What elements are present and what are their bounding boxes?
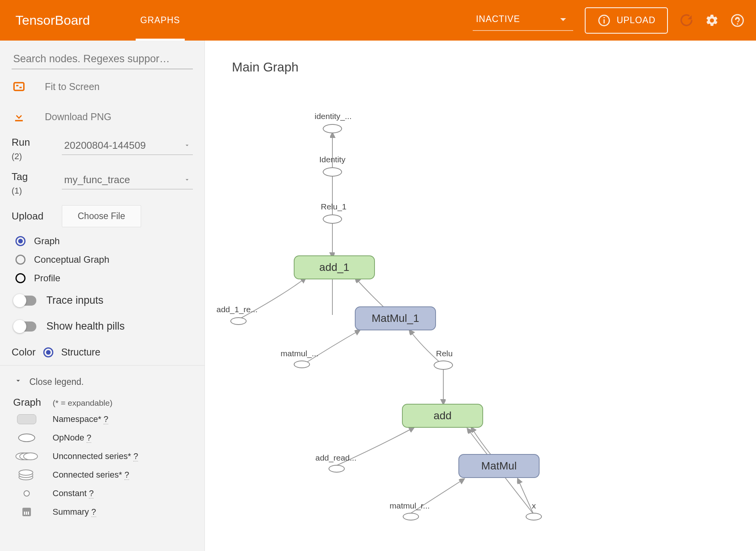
node-matmul-r-label: matmul_r... xyxy=(390,501,430,510)
download-png-button[interactable]: Download PNG xyxy=(0,102,204,132)
svg-rect-6 xyxy=(19,87,22,88)
run-value: 20200804-144509 xyxy=(64,139,146,151)
download-icon xyxy=(12,109,26,124)
radio-conceptual-label: Conceptual Graph xyxy=(34,254,109,265)
namespace-shape-icon xyxy=(17,414,36,424)
run-row: Run (2) 20200804-144509 xyxy=(0,132,204,166)
radio-graph[interactable]: Graph xyxy=(0,232,204,250)
svg-rect-4 xyxy=(14,83,24,90)
inactive-label: INACTIVE xyxy=(476,14,520,24)
node-identity[interactable] xyxy=(323,167,342,177)
tag-value: my_func_trace xyxy=(64,174,130,186)
node-matmul-r[interactable] xyxy=(403,513,419,520)
run-count: (2) xyxy=(12,151,50,162)
fit-icon xyxy=(12,79,26,94)
inactive-dropdown[interactable]: INACTIVE xyxy=(473,10,573,31)
legend-constant: Constant ? xyxy=(12,484,193,503)
upload-label: Upload xyxy=(12,210,50,222)
radio-profile-label: Profile xyxy=(34,273,60,284)
help-icon[interactable] xyxy=(730,14,744,27)
svg-point-13 xyxy=(19,470,33,475)
upload-button[interactable]: UPLOAD xyxy=(585,7,668,34)
color-label: Color xyxy=(12,346,36,358)
header-right: INACTIVE UPLOAD xyxy=(473,7,744,34)
trace-label: Trace inputs xyxy=(46,294,104,306)
node-x[interactable] xyxy=(526,513,542,520)
toggle-trace-inputs[interactable]: Trace inputs xyxy=(0,287,204,313)
node-relu-label: Relu xyxy=(436,349,453,358)
color-row: Color Structure xyxy=(0,339,204,366)
info-icon xyxy=(597,14,611,27)
node-matmul[interactable]: MatMul xyxy=(458,454,540,478)
node-add-read[interactable] xyxy=(329,465,345,473)
node-matmul-dots[interactable] xyxy=(294,361,310,368)
svg-rect-7 xyxy=(15,120,23,122)
node-relu[interactable] xyxy=(434,361,453,370)
health-label: Show health pills xyxy=(46,320,125,332)
legend-graph-title: Graph xyxy=(12,391,43,410)
node-matmul1[interactable]: MatMul_1 xyxy=(355,306,436,330)
svg-rect-1 xyxy=(604,19,605,24)
chevron-down-icon xyxy=(556,12,570,26)
radio-icon xyxy=(15,255,26,265)
toggle-icon xyxy=(14,296,36,306)
download-label: Download PNG xyxy=(45,111,111,122)
radio-icon xyxy=(15,273,26,283)
opnode-shape-icon xyxy=(18,434,35,442)
run-dropdown[interactable]: 20200804-144509 xyxy=(62,136,193,155)
app-header: TensorBoard GRAPHS INACTIVE UPLOAD xyxy=(0,0,756,41)
radio-conceptual[interactable]: Conceptual Graph xyxy=(0,250,204,269)
fit-label: Fit to Screen xyxy=(45,81,100,92)
run-label: Run xyxy=(12,136,50,148)
legend-hint: (* = expandable) xyxy=(53,398,112,408)
summary-shape-icon xyxy=(22,508,31,516)
chevron-down-icon xyxy=(14,376,22,387)
node-matmul-dots-label: matmul_... xyxy=(281,349,318,358)
node-add1[interactable]: add_1 xyxy=(294,255,375,279)
toggle-health-pills[interactable]: Show health pills xyxy=(0,313,204,339)
legend-opnode: OpNode ? xyxy=(12,429,193,447)
node-identity-label: Identity xyxy=(319,155,346,164)
fit-to-screen-button[interactable]: Fit to Screen xyxy=(0,71,204,102)
svg-rect-2 xyxy=(604,17,605,18)
radio-icon[interactable] xyxy=(43,347,53,357)
legend-connected-series: Connected series* ? xyxy=(12,466,193,484)
search-input[interactable] xyxy=(12,49,193,69)
choose-file-button[interactable]: Choose File xyxy=(62,205,141,227)
legend: Close legend. Graph (* = expandable) Nam… xyxy=(0,366,204,528)
node-add1-re[interactable] xyxy=(230,317,247,325)
tag-dropdown[interactable]: my_func_trace xyxy=(62,171,193,189)
main-layout: Fit to Screen Download PNG Run (2) 20200… xyxy=(0,41,756,551)
upload-row: Upload Choose File xyxy=(0,201,204,232)
settings-gear-icon[interactable] xyxy=(705,14,719,27)
close-legend-button[interactable]: Close legend. xyxy=(12,372,193,391)
legend-summary: Summary ? xyxy=(12,503,193,521)
connected-series-icon xyxy=(14,469,39,480)
node-identity-ret[interactable] xyxy=(323,124,342,133)
sidebar: Fit to Screen Download PNG Run (2) 20200… xyxy=(0,41,205,551)
node-x-label: x xyxy=(532,501,536,510)
radio-icon xyxy=(15,236,26,246)
reload-icon[interactable] xyxy=(679,14,693,27)
radio-profile[interactable]: Profile xyxy=(0,269,204,287)
close-legend-label: Close legend. xyxy=(29,377,84,387)
radio-graph-label: Graph xyxy=(34,236,60,247)
node-identity-ret-label: identity_... xyxy=(315,112,352,121)
tab-graphs[interactable]: GRAPHS xyxy=(129,0,192,41)
app-title: TensorBoard xyxy=(15,13,90,28)
toggle-icon xyxy=(14,321,36,332)
tag-row: Tag (1) my_func_trace xyxy=(0,166,204,201)
chevron-down-icon xyxy=(184,139,191,151)
chevron-down-icon xyxy=(184,174,191,186)
constant-shape-icon xyxy=(24,490,30,497)
graph-canvas[interactable]: Main Graph identity_... Identity Relu_1 … xyxy=(205,41,756,551)
node-add[interactable]: add xyxy=(402,404,483,428)
tag-count: (1) xyxy=(12,186,50,196)
color-value: Structure xyxy=(61,347,100,358)
graph-title: Main Graph xyxy=(232,60,298,75)
svg-point-10 xyxy=(24,453,37,460)
legend-namespace: Namespace* ? xyxy=(12,410,193,429)
node-relu1[interactable] xyxy=(323,214,342,224)
node-relu1-label: Relu_1 xyxy=(321,202,347,211)
upload-label: UPLOAD xyxy=(616,15,656,26)
